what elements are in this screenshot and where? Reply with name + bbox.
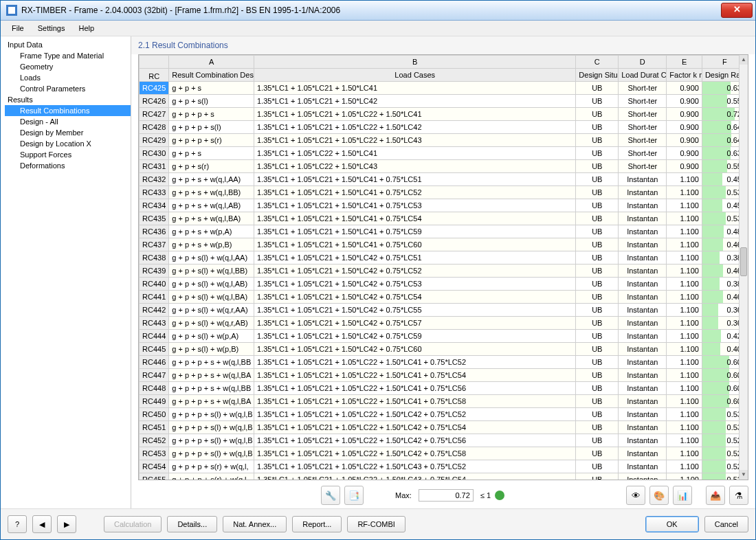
ldc-cell[interactable]: Instantan bbox=[619, 225, 667, 238]
table-row[interactable]: RC439g + p + s(l) + w(q,l,BB)1.35*LC1 + … bbox=[140, 265, 748, 278]
desc-cell[interactable]: g + p + s(r) bbox=[169, 160, 254, 173]
factor-cell[interactable]: 1.100 bbox=[667, 291, 702, 304]
lc-cell[interactable]: 1.35*LC1 + 1.05*LC21 + 1.50*LC41 + 0.75*… bbox=[254, 238, 576, 251]
lc-cell[interactable]: 1.35*LC1 + 1.05*LC22 + 1.50*LC41 bbox=[254, 147, 576, 160]
desc-cell[interactable]: g + p + s(l) + w(q,l,AA) bbox=[169, 251, 254, 265]
factor-cell[interactable]: 1.100 bbox=[667, 473, 702, 481]
sit-cell[interactable]: UB bbox=[576, 160, 619, 173]
col-lc[interactable]: Load Cases bbox=[254, 69, 576, 82]
view-icon-1[interactable]: 👁 bbox=[626, 486, 645, 505]
table-row[interactable]: RC434g + p + s + w(q,l,AB)1.35*LC1 + 1.0… bbox=[140, 199, 748, 212]
scroll-down-icon[interactable]: ▼ bbox=[740, 470, 748, 480]
ldc-cell[interactable]: Instantan bbox=[619, 395, 667, 408]
ldc-cell[interactable]: Short-ter bbox=[619, 108, 667, 121]
menu-help[interactable]: Help bbox=[71, 23, 101, 34]
table-row[interactable]: RC443g + p + s(l) + w(q,r,AB)1.35*LC1 + … bbox=[140, 317, 748, 330]
sit-cell[interactable]: UB bbox=[576, 356, 619, 369]
ldc-cell[interactable]: Short-ter bbox=[619, 95, 667, 108]
col-rc[interactable]: RC bbox=[140, 69, 169, 82]
factor-cell[interactable]: 1.100 bbox=[667, 251, 702, 265]
ldc-cell[interactable]: Instantan bbox=[619, 238, 667, 251]
rc-cell[interactable]: RC436 bbox=[140, 225, 169, 238]
col-letter-B[interactable]: B bbox=[254, 56, 576, 69]
lc-cell[interactable]: 1.35*LC1 + 1.05*LC21 + 1.50*LC41 + 0.75*… bbox=[254, 212, 576, 225]
factor-cell[interactable]: 1.100 bbox=[667, 238, 702, 251]
rc-cell[interactable]: RC435 bbox=[140, 212, 169, 225]
sit-cell[interactable]: UB bbox=[576, 225, 619, 238]
table-row[interactable]: RC438g + p + s(l) + w(q,l,AA)1.35*LC1 + … bbox=[140, 251, 748, 265]
ldc-cell[interactable]: Instantan bbox=[619, 317, 667, 330]
sit-cell[interactable]: UB bbox=[576, 343, 619, 356]
rc-cell[interactable]: RC437 bbox=[140, 238, 169, 251]
rc-cell[interactable]: RC442 bbox=[140, 304, 169, 317]
scroll-thumb[interactable] bbox=[740, 247, 747, 276]
factor-cell[interactable]: 1.100 bbox=[667, 421, 702, 434]
factor-cell[interactable]: 1.100 bbox=[667, 278, 702, 291]
table-row[interactable]: RC430g + p + s1.35*LC1 + 1.05*LC22 + 1.5… bbox=[140, 147, 748, 160]
desc-cell[interactable]: g + p + s + w(q,l,AB) bbox=[169, 199, 254, 212]
desc-cell[interactable]: g + p + p + s bbox=[169, 108, 254, 121]
factor-cell[interactable]: 0.900 bbox=[667, 134, 702, 147]
sit-cell[interactable]: UB bbox=[576, 278, 619, 291]
sit-cell[interactable]: UB bbox=[576, 134, 619, 147]
table-row[interactable]: RC429g + p + p + s(r)1.35*LC1 + 1.05*LC2… bbox=[140, 134, 748, 147]
next-button[interactable]: ▶ bbox=[57, 515, 76, 533]
desc-cell[interactable]: g + p + s + w(p,A) bbox=[169, 225, 254, 238]
col-letter-A[interactable]: A bbox=[169, 56, 254, 69]
tree-item[interactable]: Design - All bbox=[5, 116, 131, 127]
table-row[interactable]: RC442g + p + s(l) + w(q,r,AA)1.35*LC1 + … bbox=[140, 304, 748, 317]
desc-cell[interactable]: g + p + s(l) + w(q,r,AA) bbox=[169, 304, 254, 317]
sit-cell[interactable]: UB bbox=[576, 173, 619, 186]
ok-button[interactable]: OK bbox=[645, 516, 699, 532]
desc-cell[interactable]: g + p + p + s(r) bbox=[169, 134, 254, 147]
grid-scrollbar[interactable]: ▲ ▼ bbox=[739, 55, 748, 480]
col-letter-E[interactable]: E bbox=[667, 56, 702, 69]
factor-cell[interactable]: 1.100 bbox=[667, 447, 702, 460]
rc-cell[interactable]: RC447 bbox=[140, 369, 169, 382]
factor-cell[interactable]: 0.900 bbox=[667, 108, 702, 121]
rc-cell[interactable]: RC454 bbox=[140, 460, 169, 473]
desc-cell[interactable]: g + p + s bbox=[169, 147, 254, 160]
sit-cell[interactable]: UB bbox=[576, 473, 619, 481]
sit-cell[interactable]: UB bbox=[576, 108, 619, 121]
rc-cell[interactable]: RC440 bbox=[140, 278, 169, 291]
filter-icon[interactable]: ⚗ bbox=[729, 486, 748, 505]
table-row[interactable]: RC451g + p + p + s(l) + w(q,l,B1.35*LC1 … bbox=[140, 421, 748, 434]
rc-cell[interactable]: RC451 bbox=[140, 421, 169, 434]
factor-cell[interactable]: 1.100 bbox=[667, 395, 702, 408]
factor-cell[interactable]: 0.900 bbox=[667, 147, 702, 160]
factor-cell[interactable]: 0.900 bbox=[667, 95, 702, 108]
ldc-cell[interactable]: Instantan bbox=[619, 173, 667, 186]
menu-file[interactable]: File bbox=[5, 23, 31, 34]
table-row[interactable]: RC445g + p + s(l) + w(p,B)1.35*LC1 + 1.0… bbox=[140, 343, 748, 356]
ldc-cell[interactable]: Instantan bbox=[619, 473, 667, 481]
col-desc[interactable]: Result Combination Description bbox=[169, 69, 254, 82]
sit-cell[interactable]: UB bbox=[576, 369, 619, 382]
ldc-cell[interactable]: Short-ter bbox=[619, 134, 667, 147]
rc-cell[interactable]: RC429 bbox=[140, 134, 169, 147]
desc-cell[interactable]: g + p + s(l) + w(q,r,AB) bbox=[169, 317, 254, 330]
lc-cell[interactable]: 1.35*LC1 + 1.05*LC21 + 1.50*LC42 + 0.75*… bbox=[254, 343, 576, 356]
lc-cell[interactable]: 1.35*LC1 + 1.05*LC21 + 1.50*LC41 + 0.75*… bbox=[254, 173, 576, 186]
sit-cell[interactable]: UB bbox=[576, 95, 619, 108]
export-icon[interactable]: 📤 bbox=[706, 486, 725, 505]
table-row[interactable]: RC427g + p + p + s1.35*LC1 + 1.05*LC21 +… bbox=[140, 108, 748, 121]
lc-cell[interactable]: 1.35*LC1 + 1.05*LC21 + 1.05*LC22 + 1.50*… bbox=[254, 421, 576, 434]
rc-cell[interactable]: RC431 bbox=[140, 160, 169, 173]
factor-cell[interactable]: 1.100 bbox=[667, 382, 702, 395]
calculation-button[interactable]: Calculation bbox=[104, 516, 162, 532]
sit-cell[interactable]: UB bbox=[576, 421, 619, 434]
tree-item[interactable]: Deformations bbox=[5, 160, 131, 171]
ldc-cell[interactable]: Instantan bbox=[619, 421, 667, 434]
lc-cell[interactable]: 1.35*LC1 + 1.05*LC21 + 1.50*LC42 + 0.75*… bbox=[254, 330, 576, 343]
factor-cell[interactable]: 0.900 bbox=[667, 121, 702, 134]
scroll-up-icon[interactable]: ▲ bbox=[740, 55, 748, 65]
factor-cell[interactable]: 1.100 bbox=[667, 369, 702, 382]
ldc-cell[interactable]: Short-ter bbox=[619, 121, 667, 134]
rc-cell[interactable]: RC425 bbox=[140, 82, 169, 95]
sit-cell[interactable]: UB bbox=[576, 265, 619, 278]
lc-cell[interactable]: 1.35*LC1 + 1.05*LC21 + 1.50*LC42 + 0.75*… bbox=[254, 278, 576, 291]
rc-cell[interactable]: RC449 bbox=[140, 395, 169, 408]
sit-cell[interactable]: UB bbox=[576, 434, 619, 447]
help-button[interactable]: ? bbox=[8, 515, 27, 533]
